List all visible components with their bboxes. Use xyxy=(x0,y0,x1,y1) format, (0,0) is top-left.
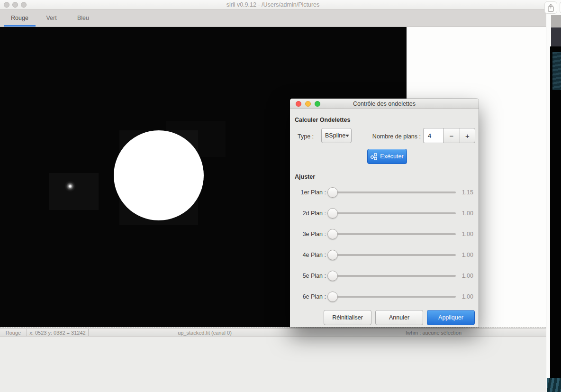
statusbar: Rouge x: 0523 y: 0382 = 31242 up_stacked… xyxy=(0,328,546,337)
status-channel: Rouge xyxy=(0,329,27,336)
execute-label: Exécuter xyxy=(380,153,403,160)
plane-4-knob[interactable] xyxy=(327,250,338,260)
plane-5-slider[interactable] xyxy=(332,275,456,277)
display-controls-panel: tronquer 20882 0 Min/Max xyxy=(0,337,546,392)
wavelet-dialog: Contrôle des ondelettes Calculer Ondelet… xyxy=(290,99,479,327)
status-coordinates: x: 0523 y: 0382 = 31242 xyxy=(27,329,89,336)
plane-slider-row: 3e Plan : 1.00 xyxy=(290,228,479,240)
status-filename: up_stacked.fit (canal 0) xyxy=(89,329,321,336)
planes-decrement-button[interactable]: − xyxy=(443,128,460,143)
zoom-window-button[interactable] xyxy=(21,2,27,8)
plane-6-value: 1.00 xyxy=(453,291,473,303)
desktop-wallpaper-patch xyxy=(552,52,561,90)
plane-5-label: 5e Plan : xyxy=(290,270,326,282)
plane-6-slider[interactable] xyxy=(332,296,456,298)
plane-1-slider[interactable] xyxy=(332,191,456,193)
planes-spinner: 4 − + xyxy=(423,128,475,143)
bright-planet-blob xyxy=(114,130,204,220)
plane-4-slider[interactable] xyxy=(332,254,456,256)
dialog-title: Contrôle des ondelettes xyxy=(353,100,416,107)
plane-1-knob[interactable] xyxy=(327,187,338,198)
plane-2-value: 1.00 xyxy=(453,207,473,219)
dialog-close-button[interactable] xyxy=(296,101,301,107)
channel-tabbar: Rouge Vert Bleu xyxy=(0,9,546,27)
canvas-dashed-border xyxy=(0,328,546,328)
window-title: siril v0.9.12 - /Users/admin/Pictures xyxy=(226,1,320,8)
plane-2-label: 2d Plan : xyxy=(290,207,326,219)
main-titlebar: siril v0.9.12 - /Users/admin/Pictures xyxy=(0,0,546,9)
tab-bleu[interactable]: Bleu xyxy=(67,9,99,27)
plane-3-label: 3e Plan : xyxy=(290,228,326,240)
cancel-button[interactable]: Annuler xyxy=(375,310,423,325)
plane-slider-row: 2d Plan : 1.00 xyxy=(290,207,479,219)
background-dark-area xyxy=(550,46,561,378)
plane-2-knob[interactable] xyxy=(327,208,338,219)
compute-section-label: Calculer Ondelettes xyxy=(295,117,350,123)
execute-button[interactable]: Exécuter xyxy=(367,149,407,164)
plane-6-knob[interactable] xyxy=(327,292,338,302)
type-label: Type : xyxy=(298,133,314,140)
close-window-button[interactable] xyxy=(4,2,9,8)
plane-6-label: 6e Plan : xyxy=(290,291,326,303)
background-window-band xyxy=(551,27,561,46)
plane-2-slider[interactable] xyxy=(332,212,456,214)
share-button xyxy=(544,1,557,14)
desktop-wallpaper-patch xyxy=(547,378,561,392)
plane-slider-row: 4e Plan : 1.00 xyxy=(290,249,479,261)
background-window-band xyxy=(551,15,561,27)
minimize-window-button[interactable] xyxy=(12,2,18,8)
plane-1-label: 1er Plan : xyxy=(290,186,326,199)
wavelet-type-value: BSpline xyxy=(325,132,345,139)
image-artifact-block xyxy=(49,173,99,210)
plane-3-slider[interactable] xyxy=(332,233,456,235)
dialog-minimize-button[interactable] xyxy=(305,101,311,107)
plane-1-value: 1.15 xyxy=(453,186,473,199)
wavelet-type-dropdown[interactable]: BSpline xyxy=(321,128,352,143)
plane-slider-row: 1er Plan : 1.15 xyxy=(290,186,479,199)
plane-5-knob[interactable] xyxy=(327,271,338,281)
planes-label: Nombre de plans : xyxy=(366,133,421,140)
chevron-down-icon xyxy=(345,135,349,137)
plane-4-value: 1.00 xyxy=(453,249,473,261)
plane-4-label: 4e Plan : xyxy=(290,249,326,261)
tab-rouge[interactable]: Rouge xyxy=(4,9,36,27)
plane-slider-row: 6e Plan : 1.00 xyxy=(290,291,479,303)
apply-button[interactable]: Appliquer xyxy=(427,310,475,325)
execute-icon xyxy=(371,153,378,160)
planes-increment-button[interactable]: + xyxy=(460,128,475,143)
plane-slider-row: 5e Plan : 1.00 xyxy=(290,270,479,282)
plane-5-value: 1.00 xyxy=(453,270,473,282)
status-fwhm: fwhm : aucune sélection xyxy=(321,329,546,336)
faint-star xyxy=(64,181,76,192)
dialog-zoom-button[interactable] xyxy=(315,101,320,107)
share-icon xyxy=(545,2,557,14)
plane-3-knob[interactable] xyxy=(327,229,338,239)
adjust-section-label: Ajuster xyxy=(295,173,315,180)
plane-3-value: 1.00 xyxy=(453,228,473,240)
planes-value-field[interactable]: 4 xyxy=(423,128,443,143)
dialog-titlebar[interactable]: Contrôle des ondelettes xyxy=(290,99,479,109)
reset-button[interactable]: Réinitialiser xyxy=(324,310,371,325)
tab-vert[interactable]: Vert xyxy=(36,9,67,27)
background-window-strip xyxy=(546,0,561,392)
